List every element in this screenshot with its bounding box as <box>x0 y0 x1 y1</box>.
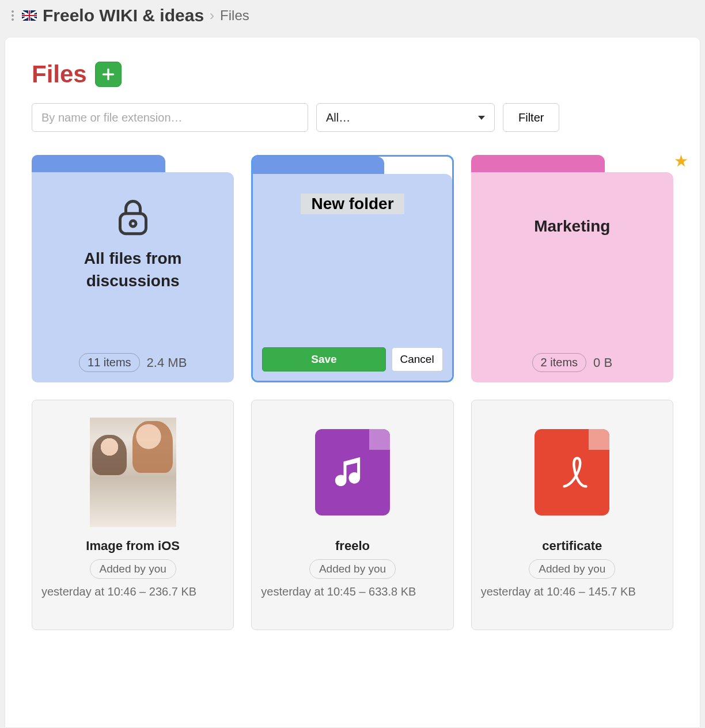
lock-folder-icon <box>116 198 150 237</box>
file-card-image[interactable]: Image from iOS Added by you yesterday at… <box>32 400 234 630</box>
breadcrumb-project[interactable]: Freelo WIKI & ideas <box>43 6 204 25</box>
uk-flag-icon <box>22 10 37 21</box>
plus-icon <box>101 67 116 82</box>
svg-rect-2 <box>120 214 146 234</box>
menu-dots-icon[interactable] <box>9 8 16 23</box>
folder-size: 0 B <box>593 355 612 370</box>
music-file-icon <box>315 429 390 515</box>
image-thumbnail <box>90 418 176 527</box>
new-folder-name-input[interactable] <box>301 194 404 214</box>
file-name: Image from iOS <box>86 539 180 553</box>
file-name: freelo <box>335 539 370 553</box>
breadcrumb-current: Files <box>220 7 249 24</box>
star-icon[interactable]: ★ <box>674 151 688 170</box>
caret-down-icon <box>478 116 485 120</box>
folder-size: 2.4 MB <box>147 355 187 370</box>
file-meta: yesterday at 10:46 – 236.7 KB <box>41 583 224 600</box>
folder-item-count: 2 items <box>532 353 586 372</box>
breadcrumb-bar: Freelo WIKI & ideas › Files <box>0 0 705 31</box>
save-button[interactable]: Save <box>262 347 385 371</box>
folder-card-discussions[interactable]: All files from discussions 11 items 2.4 … <box>32 155 234 382</box>
svg-point-3 <box>130 221 136 226</box>
added-by-badge: Added by you <box>309 559 396 579</box>
file-card-audio[interactable]: freelo Added by you yesterday at 10:45 –… <box>251 400 453 630</box>
file-card-pdf[interactable]: certificate Added by you yesterday at 10… <box>471 400 673 630</box>
added-by-badge: Added by you <box>90 559 176 579</box>
folder-card-new: Save Cancel <box>251 155 453 382</box>
file-meta: yesterday at 10:45 – 633.8 KB <box>261 583 444 600</box>
search-input[interactable] <box>32 103 308 132</box>
page-title: Files <box>32 60 87 88</box>
add-button[interactable] <box>95 62 122 87</box>
file-meta: yesterday at 10:46 – 145.7 KB <box>481 583 664 600</box>
files-panel: Files All… Filter All files from disc <box>5 37 700 728</box>
cancel-button[interactable]: Cancel <box>392 347 443 371</box>
chevron-right-icon: › <box>210 7 214 24</box>
folder-item-count: 11 items <box>79 353 140 372</box>
folder-card-marketing[interactable]: ★ Marketing 2 items 0 B <box>471 155 673 382</box>
pdf-file-icon <box>535 429 609 515</box>
filter-button[interactable]: Filter <box>503 103 559 132</box>
type-select-value: All… <box>326 111 350 124</box>
type-select[interactable]: All… <box>316 103 495 132</box>
folder-title: All files from discussions <box>51 247 215 292</box>
added-by-badge: Added by you <box>529 559 615 579</box>
file-name: certificate <box>542 539 602 553</box>
folder-title: Marketing <box>534 215 610 237</box>
